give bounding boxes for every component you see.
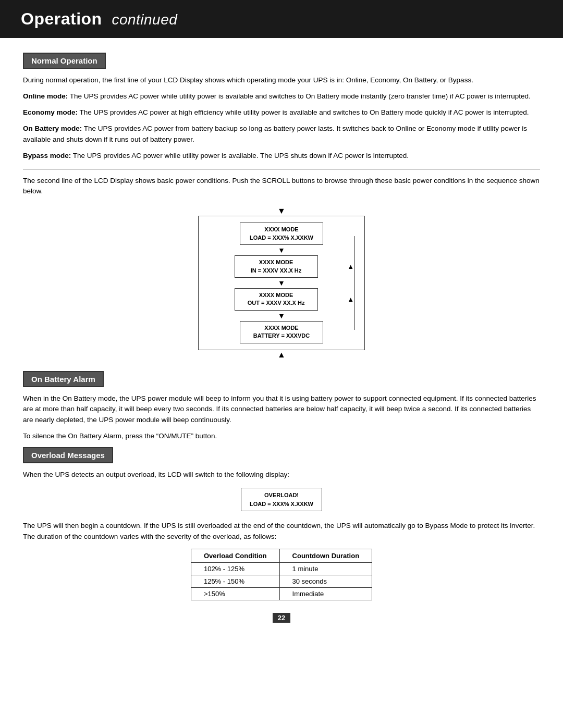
bypass-mode-label: Bypass mode: xyxy=(23,152,71,159)
intro-text: During normal operation, the first line … xyxy=(23,76,473,84)
normal-operation-section: Normal Operation During normal operation… xyxy=(23,53,540,360)
overload-table: Overload Condition Countdown Duration 10… xyxy=(191,549,372,600)
table-header-condition: Overload Condition xyxy=(191,549,279,562)
page-header: Operation continued xyxy=(0,0,563,38)
title-text: Operation xyxy=(21,9,102,28)
lcd-box-1: XXXX MODE LOAD = XXX% X.XXKW xyxy=(240,223,323,245)
right-arrow-2: ▲ xyxy=(347,263,354,270)
table-header-duration: Countdown Duration xyxy=(279,549,372,562)
diagram-wrapper: ▼ XXXX MODE LOAD = XXX% X.XXKW ▼ xyxy=(198,206,365,359)
overload-para1: When the UPS detects an output overload,… xyxy=(23,470,540,480)
arrow-3: ▼ xyxy=(209,312,354,320)
economy-mode-label: Economy mode: xyxy=(23,108,78,116)
lcd-box-3-line2: OUT = XXXV XX.X Hz xyxy=(240,299,312,307)
on-battery-mode-label: On Battery mode: xyxy=(23,125,82,132)
page-content: Normal Operation During normal operation… xyxy=(0,53,563,644)
arrow-1: ▼ xyxy=(209,246,354,254)
lcd-box-4-line2: BATTERY = XXXVDC xyxy=(246,332,317,340)
title-subtitle: continued xyxy=(112,11,177,28)
lcd-box-2: XXXX MODE IN = XXXV XX.X Hz xyxy=(235,255,318,278)
overload-messages-header: Overload Messages xyxy=(23,447,113,463)
lcd-row-4: XXXX MODE BATTERY = XXXVDC xyxy=(209,321,354,343)
bottom-arrow: ▲ xyxy=(198,350,365,360)
lcd-row-3: XXXX MODE OUT = XXXV XX.X Hz ▲ xyxy=(209,288,354,311)
on-battery-alarm-para2: To silence the On Battery Alarm, press t… xyxy=(23,431,540,442)
page-number-container: 22 xyxy=(23,613,540,623)
arrow-2: ▼ xyxy=(209,279,354,287)
lcd-box-1-line1: XXXX MODE xyxy=(246,226,317,233)
overload-para2: The UPS will then begin a countdown. If … xyxy=(23,521,540,542)
scroll-text: The second line of the LCD Display shows… xyxy=(23,176,540,198)
page-number: 22 xyxy=(273,613,290,623)
overload-display-line1: OVERLOAD! xyxy=(250,491,313,500)
bypass-mode-para: Bypass mode: The UPS provides AC power w… xyxy=(23,151,540,162)
outer-diagram-box: XXXX MODE LOAD = XXX% X.XXKW ▼ XXXX MODE… xyxy=(198,216,365,350)
lcd-box-4: XXXX MODE BATTERY = XXXVDC xyxy=(240,321,323,343)
lcd-box-3: XXXX MODE OUT = XXXV XX.X Hz xyxy=(235,288,318,311)
bypass-mode-text: The UPS provides AC power while utility … xyxy=(73,152,409,159)
normal-operation-header: Normal Operation xyxy=(23,53,106,69)
table-cell-duration-2: 30 seconds xyxy=(279,575,372,587)
table-cell-condition-2: 125% - 150% xyxy=(191,575,279,587)
overload-messages-label: Overload Messages xyxy=(31,451,105,460)
overload-lcd-box: OVERLOAD! LOAD = XXX% X.XXKW xyxy=(241,488,322,511)
on-battery-mode-text: The UPS provides AC power from battery b… xyxy=(23,125,527,143)
table-cell-condition-3: >150% xyxy=(191,587,279,600)
online-mode-text: The UPS provides AC power while utility … xyxy=(70,92,531,100)
table-cell-duration-3: Immediate xyxy=(279,587,372,600)
page-title: Operation continued xyxy=(21,9,177,28)
normal-operation-label: Normal Operation xyxy=(31,56,97,65)
overload-display-container: OVERLOAD! LOAD = XXX% X.XXKW xyxy=(23,488,540,511)
overload-messages-section: Overload Messages When the UPS detects a… xyxy=(23,447,540,600)
on-battery-alarm-header: On Battery Alarm xyxy=(23,371,104,387)
lcd-row-2: XXXX MODE IN = XXXV XX.X Hz ▲ xyxy=(209,255,354,278)
right-connector-line xyxy=(354,236,355,329)
overload-display-line2: LOAD = XXX% X.XXKW xyxy=(250,500,313,509)
on-battery-alarm-section: On Battery Alarm When in the On Battery … xyxy=(23,371,540,442)
right-arrow-3: ▲ xyxy=(347,295,354,303)
table-row: 102% - 125% 1 minute xyxy=(191,562,372,575)
on-battery-alarm-label: On Battery Alarm xyxy=(31,375,95,384)
table-cell-condition-1: 102% - 125% xyxy=(191,562,279,575)
lcd-box-4-line1: XXXX MODE xyxy=(246,324,317,332)
table-row: 125% - 150% 30 seconds xyxy=(191,575,372,587)
lcd-box-1-line2: LOAD = XXX% X.XXKW xyxy=(246,234,317,242)
on-battery-alarm-para1: When in the On Battery mode, the UPS pow… xyxy=(23,393,540,426)
economy-mode-text: The UPS provides AC power at high effici… xyxy=(80,108,529,116)
economy-mode-para: Economy mode: The UPS provides AC power … xyxy=(23,107,540,118)
lcd-row-1: XXXX MODE LOAD = XXX% X.XXKW xyxy=(209,223,354,245)
normal-operation-intro: During normal operation, the first line … xyxy=(23,75,540,86)
page: Operation continued Normal Operation Dur… xyxy=(0,0,563,728)
online-mode-para: Online mode: The UPS provides AC power w… xyxy=(23,91,540,102)
table-row: >150% Immediate xyxy=(191,587,372,600)
overload-table-container: Overload Condition Countdown Duration 10… xyxy=(23,549,540,600)
lcd-box-3-line1: XXXX MODE xyxy=(240,291,312,299)
lcd-box-2-line1: XXXX MODE xyxy=(240,258,312,266)
on-battery-mode-para: On Battery mode: The UPS provides AC pow… xyxy=(23,124,540,145)
section-divider xyxy=(23,169,540,169)
top-arrow: ▼ xyxy=(198,206,365,216)
lcd-diagram: ▼ XXXX MODE LOAD = XXX% X.XXKW ▼ xyxy=(23,206,540,359)
lcd-box-2-line2: IN = XXXV XX.X Hz xyxy=(240,267,312,275)
table-header-row: Overload Condition Countdown Duration xyxy=(191,549,372,562)
table-cell-duration-1: 1 minute xyxy=(279,562,372,575)
online-mode-label: Online mode: xyxy=(23,92,68,100)
